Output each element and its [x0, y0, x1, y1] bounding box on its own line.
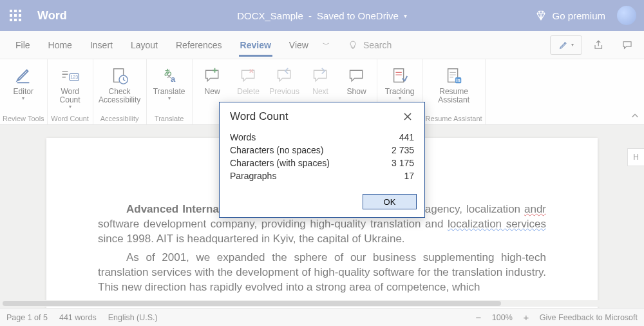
ok-button[interactable]: OK: [363, 194, 417, 209]
stat-row-words: Words441: [230, 131, 414, 144]
zoom-in-button[interactable]: +: [520, 312, 532, 323]
svg-text:a: a: [170, 74, 175, 84]
stat-row-paragraphs: Paragraphs17: [230, 169, 414, 182]
tell-me-search[interactable]: Search: [348, 40, 392, 50]
dialog-close-button[interactable]: [400, 109, 415, 124]
waffle-icon: [10, 10, 21, 21]
chevron-down-icon: ▾: [69, 104, 71, 110]
status-language[interactable]: English (U.S.): [108, 313, 158, 322]
app-launcher-button[interactable]: [0, 0, 31, 31]
user-avatar[interactable]: [617, 6, 636, 25]
tracking-icon: [390, 66, 410, 86]
collapse-ribbon-button[interactable]: [626, 59, 644, 124]
chevron-down-icon: ▾: [404, 12, 407, 19]
tab-layout[interactable]: Layout: [122, 31, 167, 59]
share-button[interactable]: [587, 35, 611, 55]
tab-insert[interactable]: Insert: [81, 31, 122, 59]
next-comment-icon: [310, 66, 331, 86]
chevron-down-icon: ▾: [571, 42, 574, 48]
scrollbar-thumb[interactable]: [3, 301, 501, 306]
titlebar: Word DOCX_Sample - Saved to OneDrive ▾ G…: [0, 0, 644, 31]
comments-pane-button[interactable]: [616, 35, 639, 55]
group-label: Resume Assistant: [426, 113, 482, 122]
zoom-out-button[interactable]: −: [473, 312, 484, 323]
horizontal-scrollbar[interactable]: [3, 300, 641, 307]
zoom-level[interactable]: 100%: [492, 313, 513, 322]
document-title-button[interactable]: DOCX_Sample - Saved to OneDrive ▾: [237, 10, 407, 21]
svg-rect-6: [393, 69, 403, 82]
ribbon-group-accessibility: Check Accessibility Accessibility: [93, 59, 147, 124]
pencil-icon: [558, 40, 569, 50]
search-placeholder: Search: [363, 40, 392, 50]
group-label: Word Count: [51, 113, 89, 122]
stat-row-chars-no-spaces: Characters (no spaces)2 735: [230, 144, 414, 157]
group-label: Accessibility: [100, 113, 139, 122]
translate-button[interactable]: あa Translate▾: [149, 63, 189, 108]
chevron-down-icon: ▾: [399, 96, 401, 102]
chevron-up-icon: [630, 111, 639, 120]
tab-file[interactable]: File: [6, 31, 39, 59]
dialog-title: Word Count: [230, 110, 288, 123]
svg-text:123: 123: [70, 75, 78, 80]
tabs-row: File Home Insert Layout References Revie…: [0, 31, 644, 59]
accessibility-icon: [109, 66, 130, 86]
header-footer-tab[interactable]: H: [627, 148, 644, 166]
chevron-down-icon: ▾: [168, 96, 171, 102]
go-premium-label: Go premium: [552, 10, 605, 21]
save-status: Saved to OneDrive: [317, 10, 399, 21]
editing-mode-button[interactable]: ▾: [550, 35, 582, 55]
statusbar: Page 1 of 5 441 words English (U.S.) − 1…: [0, 308, 644, 326]
go-premium-button[interactable]: Go premium: [535, 10, 605, 21]
ribbon-group-word-count: 123 Word Count▾ Word Count: [48, 59, 93, 124]
status-word-count[interactable]: 441 words: [59, 313, 97, 322]
previous-comment-icon: [274, 66, 295, 86]
tab-home[interactable]: Home: [39, 31, 81, 59]
editor-icon: [13, 66, 33, 86]
stat-row-chars-with-spaces: Characters (with spaces)3 175: [230, 157, 414, 169]
tab-references[interactable]: References: [167, 31, 231, 59]
resume-assistant-icon: in: [444, 66, 464, 86]
group-label: Review Tools: [3, 113, 44, 122]
editor-button[interactable]: Editor▾: [6, 63, 41, 108]
ribbon-group-resume-assistant: in Resume Assistant Resume Assistant: [423, 59, 486, 124]
tab-view[interactable]: View: [280, 31, 317, 59]
chevron-down-icon: ▾: [22, 96, 24, 102]
tabs-right-controls: ▾: [550, 35, 639, 55]
svg-text:in: in: [456, 77, 460, 83]
app-name: Word: [37, 9, 67, 23]
check-accessibility-button[interactable]: Check Accessibility: [96, 63, 144, 108]
group-label: Translate: [155, 113, 184, 122]
ribbon-group-translate: あa Translate▾ Translate: [147, 59, 193, 124]
ribbon-group-review-tools: Editor▾ Review Tools: [0, 59, 48, 124]
comment-icon: [621, 39, 633, 51]
delete-comment-icon: [238, 66, 259, 86]
word-count-dialog: Word Count Words441 Characters (no space…: [219, 102, 425, 218]
document-name: DOCX_Sample: [237, 10, 303, 21]
word-count-icon: 123: [60, 66, 80, 86]
feedback-link[interactable]: Give Feedback to Microsoft: [540, 313, 638, 322]
tabs-overflow-button[interactable]: ﹀: [317, 40, 335, 50]
tab-review[interactable]: Review: [231, 31, 280, 59]
lightbulb-icon: [348, 40, 358, 50]
show-comments-icon: [346, 66, 367, 86]
resume-assistant-button[interactable]: in Resume Assistant: [434, 63, 474, 108]
status-page[interactable]: Page 1 of 5: [6, 313, 48, 322]
close-icon: [402, 111, 413, 122]
paragraph[interactable]: As of 2001, we expanded the sphere of ou…: [98, 251, 546, 295]
translate-icon: あa: [159, 66, 180, 86]
word-count-button[interactable]: 123 Word Count▾: [50, 63, 90, 113]
dialog-body: Words441 Characters (no spaces)2 735 Cha…: [220, 129, 424, 190]
share-icon: [593, 39, 605, 51]
new-comment-icon: [202, 66, 223, 86]
diamond-icon: [535, 10, 547, 21]
